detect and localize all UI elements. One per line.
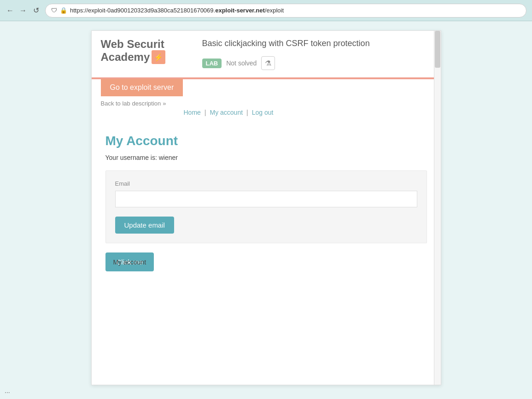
- lab-title-area: Basic clickjacking with CSRF token prote…: [202, 38, 432, 70]
- lightning-icon: ⚡: [152, 50, 165, 64]
- click-me-button[interactable]: Click me: [105, 252, 154, 271]
- logo-line2-area: Academy ⚡: [101, 50, 193, 64]
- scrollbar-thumb[interactable]: [435, 31, 440, 68]
- back-link-arrows: »: [163, 100, 166, 107]
- lab-badge: LAB: [202, 59, 222, 68]
- update-email-button[interactable]: Update email: [115, 217, 174, 234]
- nav-sep-1: |: [205, 109, 206, 116]
- page-title: My Account: [105, 134, 427, 148]
- logo-text: Web Securit Academy ⚡: [101, 38, 193, 64]
- site-header: Web Securit Academy ⚡ Basic clickjacking…: [92, 31, 441, 78]
- logo-line1: Web Securit: [101, 38, 164, 50]
- browser-content: Web Securit Academy ⚡ Basic clickjacking…: [0, 21, 532, 399]
- exploit-server-button[interactable]: Go to exploit server: [101, 79, 183, 96]
- email-form-container: Email Update email: [105, 170, 427, 243]
- security-shield-icon: 🛡: [51, 7, 57, 14]
- back-button[interactable]: ←: [6, 6, 15, 15]
- bottom-dots: ...: [5, 387, 10, 394]
- logo-area: Web Securit Academy ⚡: [101, 38, 193, 64]
- main-content: My Account Your username is: wiener Emai…: [92, 120, 441, 285]
- nav-section: Back to lab description » Home | My acco…: [92, 96, 441, 120]
- username-text: Your username is: wiener: [105, 154, 427, 161]
- refresh-button[interactable]: ↺: [31, 6, 41, 15]
- url-bold: exploit-server.net: [215, 7, 265, 14]
- lab-title: Basic clickjacking with CSRF token prote…: [202, 38, 432, 49]
- lock-icon: 🔒: [60, 7, 67, 14]
- browser-chrome: ← → ↺ 🛡 🔒 https://exploit-0ad900120323d9…: [0, 0, 532, 21]
- my-account-link[interactable]: My account: [210, 109, 243, 116]
- page-container: Web Securit Academy ⚡ Basic clickjacking…: [91, 30, 441, 385]
- nav-buttons: ← → ↺: [6, 6, 41, 15]
- email-label: Email: [115, 180, 417, 187]
- log-out-link[interactable]: Log out: [252, 109, 274, 116]
- back-link-text: Back to lab description: [101, 100, 161, 107]
- email-input[interactable]: [115, 191, 417, 207]
- url-suffix: /exploit: [265, 7, 284, 14]
- not-solved-text: Not solved: [226, 59, 257, 67]
- clickjack-demo: Click me My account: [105, 252, 154, 271]
- home-link[interactable]: Home: [184, 109, 201, 116]
- back-to-lab-link[interactable]: Back to lab description »: [101, 100, 432, 107]
- nav-sep-2: |: [246, 109, 248, 116]
- url-text: https://exploit-0ad900120323d9a380ca5218…: [70, 7, 284, 14]
- address-bar[interactable]: 🛡 🔒 https://exploit-0ad900120323d9a380ca…: [45, 4, 526, 18]
- exploit-overlay: Go to exploit server: [92, 78, 441, 96]
- nav-links: Home | My account | Log out: [101, 109, 432, 116]
- url-prefix: https://exploit-0ad900120323d9a380ca5218…: [70, 7, 215, 14]
- forward-button[interactable]: →: [18, 6, 28, 15]
- lab-status: LAB Not solved ⚗: [202, 56, 432, 70]
- flask-icon: ⚗: [261, 56, 275, 70]
- logo-line2: Academy: [101, 51, 150, 63]
